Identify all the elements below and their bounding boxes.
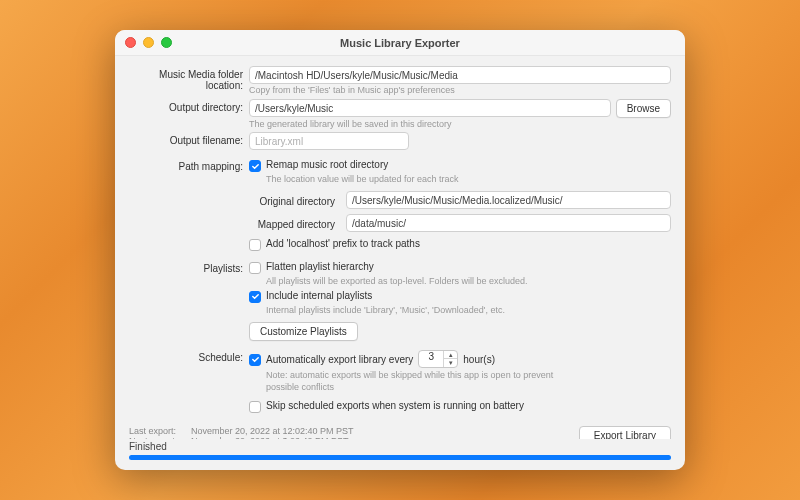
output-file-input[interactable]: Library.xml [249, 132, 409, 150]
browse-button[interactable]: Browse [616, 99, 671, 118]
customize-playlists-button[interactable]: Customize Playlists [249, 322, 358, 341]
app-window: Music Library Exporter Music Media folde… [115, 30, 685, 470]
battery-skip-label: Skip scheduled exports when system is ru… [266, 400, 524, 411]
interval-stepper[interactable]: 3 ▴ ▾ [418, 350, 458, 368]
output-file-label: Output filename: [129, 132, 249, 146]
battery-skip-checkbox[interactable] [249, 401, 261, 413]
auto-export-checkbox[interactable] [249, 354, 261, 366]
localhost-label: Add 'localhost' prefix to track paths [266, 238, 420, 249]
interval-value[interactable]: 3 [419, 351, 443, 367]
status-text: Finished [129, 441, 671, 452]
localhost-checkbox[interactable] [249, 239, 261, 251]
internal-label: Include internal playlists [266, 290, 372, 301]
remap-hint: The location value will be updated for e… [266, 174, 671, 186]
content-area: Music Media folder location: /Macintosh … [115, 56, 685, 439]
mapped-dir-input[interactable]: /data/music/ [346, 214, 671, 232]
flatten-hint: All playlists will be exported as top-le… [266, 276, 671, 288]
window-title: Music Library Exporter [115, 37, 685, 49]
output-dir-hint: The generated library will be saved in t… [249, 119, 671, 131]
titlebar: Music Library Exporter [115, 30, 685, 56]
output-dir-label: Output directory: [129, 99, 249, 113]
media-folder-hint: Copy from the 'Files' tab in Music app's… [249, 85, 671, 97]
mapped-dir-label: Mapped directory [249, 216, 341, 230]
last-export-label: Last export: [129, 426, 187, 436]
auto-export-hint: Note: automatic exports will be skipped … [266, 370, 586, 393]
auto-export-label-post: hour(s) [463, 354, 495, 365]
stepper-up-icon[interactable]: ▴ [444, 351, 457, 359]
internal-hint: Internal playlists include 'Library', 'M… [266, 305, 671, 317]
playlists-label: Playlists: [129, 260, 249, 274]
media-folder-input[interactable]: /Macintosh HD/Users/kyle/Music/Music/Med… [249, 66, 671, 84]
progress-bar [129, 455, 671, 460]
flatten-checkbox[interactable] [249, 262, 261, 274]
progress-fill [129, 455, 671, 460]
remap-label: Remap music root directory [266, 159, 388, 170]
status-bar: Finished [115, 439, 685, 470]
schedule-label: Schedule: [129, 349, 249, 363]
path-mapping-label: Path mapping: [129, 158, 249, 172]
auto-export-label-pre: Automatically export library every [266, 354, 413, 365]
flatten-label: Flatten playlist hierarchy [266, 261, 374, 272]
original-dir-label: Original directory [249, 193, 341, 207]
media-folder-label: Music Media folder location: [129, 66, 249, 91]
remap-checkbox[interactable] [249, 160, 261, 172]
export-library-button[interactable]: Export Library [579, 426, 671, 439]
internal-checkbox[interactable] [249, 291, 261, 303]
output-dir-input[interactable]: /Users/kyle/Music [249, 99, 611, 117]
last-export-value: November 20, 2022 at 12:02:40 PM PST [191, 426, 354, 436]
stepper-down-icon[interactable]: ▾ [444, 359, 457, 367]
original-dir-input[interactable]: /Users/kyle/Music/Music/Media.localized/… [346, 191, 671, 209]
